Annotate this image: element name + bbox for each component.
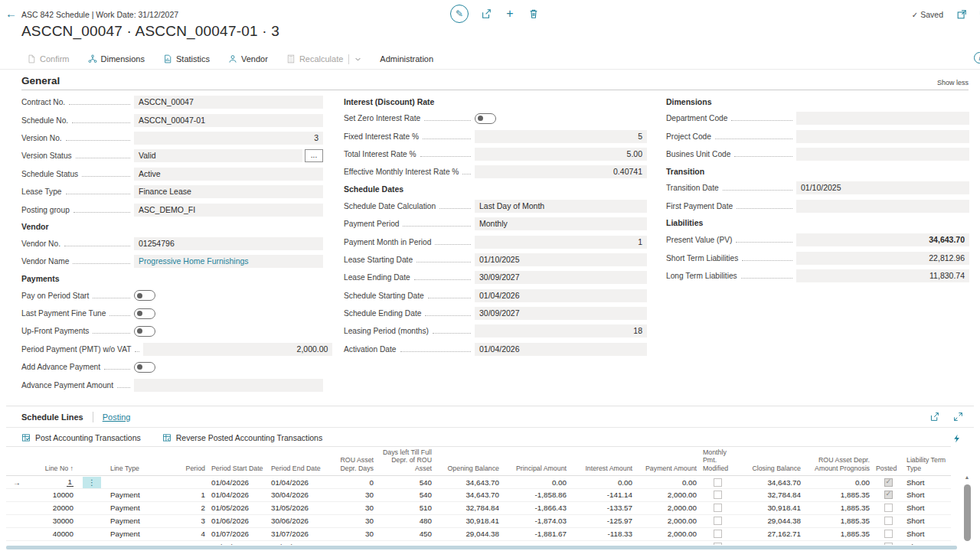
- checkbox-unchecked[interactable]: [884, 543, 893, 545]
- cell[interactable]: 32,784.84: [735, 489, 804, 502]
- action-dimensions[interactable]: Dimensions: [88, 54, 145, 64]
- field-first-payment-date-input[interactable]: [796, 200, 969, 213]
- cell[interactable]: 01/06/2026: [208, 514, 268, 527]
- checkbox-unchecked[interactable]: [884, 530, 893, 538]
- cell[interactable]: Payment: [107, 514, 176, 527]
- checkbox-unchecked[interactable]: [884, 504, 893, 512]
- field-lease-starting-date-input[interactable]: 01/10/2025: [475, 253, 647, 266]
- field-effective-monthly-interest-rate--input[interactable]: 0.40741: [475, 165, 647, 178]
- cell[interactable]: 30: [328, 514, 377, 527]
- field-schedule-status-input[interactable]: Active: [134, 168, 323, 181]
- field-fixed-interest-rate--input[interactable]: 5: [475, 130, 647, 143]
- cell[interactable]: 2,000.00: [635, 501, 700, 514]
- field-up-front-payments-toggle[interactable]: [134, 326, 155, 337]
- cell-line-no[interactable]: 50000: [28, 540, 77, 545]
- cell[interactable]: Payment: [107, 501, 176, 514]
- col-header-period[interactable]: Period: [176, 447, 208, 476]
- field-version-status-assist-button[interactable]: ...: [305, 149, 323, 162]
- cell[interactable]: 31/07/2026: [268, 527, 328, 540]
- action-confirm[interactable]: Confirm: [27, 54, 70, 64]
- cell[interactable]: 27,162.71: [735, 527, 804, 540]
- cell[interactable]: 30,918.41: [735, 501, 804, 514]
- cell[interactable]: 29,044.38: [435, 527, 502, 540]
- field-department-code-input[interactable]: [796, 112, 969, 125]
- col-header-period-start-date[interactable]: Period Start Date: [208, 447, 268, 476]
- field-posting-group-input[interactable]: ASC_DEMO_FI: [134, 204, 323, 217]
- cell[interactable]: 01/08/2026: [208, 540, 268, 545]
- cell-line-no[interactable]: 40000: [28, 527, 77, 540]
- cell[interactable]: 01/07/2026: [208, 527, 268, 540]
- cell[interactable]: 01/04/2026: [208, 489, 268, 502]
- checkbox-checked[interactable]: [884, 491, 893, 499]
- col-header-rou-asset-depr-days[interactable]: ROU Asset Depr. Days: [328, 447, 377, 476]
- cell[interactable]: 540: [377, 489, 435, 502]
- col-header-liability-term-type[interactable]: Liability Term Type: [903, 447, 951, 476]
- cell[interactable]: 2,000.00: [635, 540, 700, 545]
- cell[interactable]: 1,885.35: [804, 514, 873, 527]
- cell[interactable]: Payment: [107, 489, 176, 502]
- cell[interactable]: 27,162.71: [435, 540, 502, 545]
- field-payment-month-in-period-input[interactable]: 1: [475, 236, 647, 249]
- cell[interactable]: -1,889.34: [502, 540, 570, 545]
- action-vendor[interactable]: Vendor: [228, 54, 268, 64]
- field-period-payment-pmt-w-o-vat-input[interactable]: 2,000.00: [143, 343, 332, 356]
- cell[interactable]: -1,881.67: [502, 527, 570, 540]
- col-header-period-end-date[interactable]: Period End Date: [268, 447, 328, 476]
- cell[interactable]: Short: [903, 501, 951, 514]
- cell[interactable]: 1,885.35: [804, 540, 873, 545]
- cell[interactable]: 540: [377, 476, 435, 489]
- checkbox-unchecked[interactable]: [714, 517, 722, 525]
- cell[interactable]: 01/04/2026: [268, 476, 328, 489]
- field-lease-type-input[interactable]: Finance Lease: [134, 185, 323, 198]
- cell[interactable]: 31/05/2026: [268, 501, 328, 514]
- cell[interactable]: 34,643.70: [435, 476, 502, 489]
- col-header-line-type[interactable]: Line Type: [107, 447, 176, 476]
- tab-posting[interactable]: Posting: [103, 412, 131, 422]
- tab-schedule-lines[interactable]: Schedule Lines: [21, 412, 83, 422]
- col-header-payment-amount[interactable]: Payment Amount: [635, 447, 700, 476]
- action-post-accounting-transactions[interactable]: Post Accounting Transactions: [21, 433, 141, 442]
- field-schedule-no--input[interactable]: ASCCN_00047-01: [134, 114, 323, 127]
- cell[interactable]: 0.00: [570, 476, 635, 489]
- cell[interactable]: Short: [903, 540, 951, 545]
- cell[interactable]: -141.14: [570, 489, 635, 502]
- cell[interactable]: 0.00: [502, 476, 570, 489]
- cell[interactable]: Payment: [107, 527, 176, 540]
- cell[interactable]: 0.00: [635, 476, 700, 489]
- action-administration[interactable]: Administration: [380, 54, 433, 64]
- cell[interactable]: 4: [176, 527, 208, 540]
- row-options-icon[interactable]: ⋮: [83, 477, 101, 488]
- share-lines-icon[interactable]: [929, 412, 939, 423]
- cell[interactable]: -125.97: [570, 514, 635, 527]
- checkbox-unchecked[interactable]: [714, 543, 722, 545]
- cell[interactable]: [107, 476, 176, 489]
- cell[interactable]: 30: [328, 501, 377, 514]
- col-header-monthly-pmt-modified[interactable]: Monthly Pmt. Modified: [700, 447, 735, 476]
- cell[interactable]: 420: [377, 540, 435, 545]
- cell[interactable]: 510: [377, 501, 435, 514]
- field-busines-unit-code-input[interactable]: [796, 148, 969, 161]
- col-header-principal-amount[interactable]: Principal Amount: [502, 447, 570, 476]
- cell[interactable]: 29,044.38: [735, 514, 804, 527]
- field-vendor-no--input[interactable]: 01254796: [134, 237, 323, 250]
- cell[interactable]: 450: [377, 527, 435, 540]
- new-icon[interactable]: +: [504, 8, 516, 20]
- checkbox-unchecked[interactable]: [884, 517, 893, 525]
- field-last-payment-fine-tune-toggle[interactable]: [134, 308, 155, 319]
- filter-icon[interactable]: [952, 432, 962, 446]
- cell-line-no[interactable]: 30000: [28, 514, 77, 527]
- field-short-term-liabilities-input[interactable]: 22,812.96: [796, 252, 969, 265]
- cell[interactable]: Short: [903, 489, 951, 502]
- cell[interactable]: 480: [377, 514, 435, 527]
- back-icon[interactable]: ←: [5, 7, 17, 20]
- cell[interactable]: 30: [328, 527, 377, 540]
- cell[interactable]: 5: [176, 540, 208, 545]
- action-statistics[interactable]: Statistics: [163, 54, 210, 64]
- cell[interactable]: 01/04/2026: [208, 476, 268, 489]
- horizontal-scrollbar[interactable]: [6, 546, 957, 549]
- field-schedule-ending-date-input[interactable]: 30/09/2027: [475, 307, 647, 320]
- field-set-zero-interest-rate-toggle[interactable]: [475, 113, 496, 124]
- cell[interactable]: 32,784.84: [435, 501, 502, 514]
- field-payment-period-input[interactable]: Monthly: [475, 217, 647, 230]
- field-schedule-starting-date-input[interactable]: 01/04/2026: [475, 289, 647, 302]
